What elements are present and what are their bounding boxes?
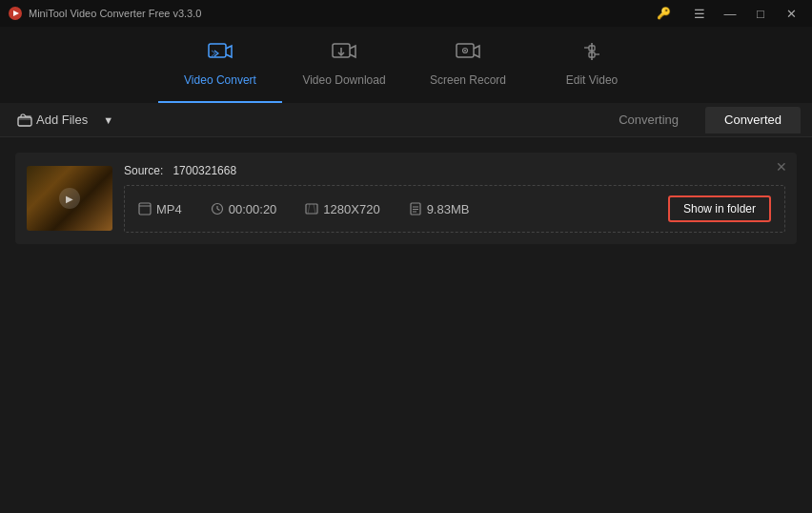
svg-rect-2 bbox=[209, 44, 226, 57]
resolution-icon bbox=[305, 202, 318, 215]
dropdown-button[interactable]: ▼ bbox=[101, 111, 115, 130]
detail-size: 9.83MB bbox=[409, 202, 498, 216]
size-value: 9.83MB bbox=[427, 202, 470, 216]
svg-point-7 bbox=[464, 50, 466, 51]
edit-video-icon bbox=[579, 41, 604, 68]
add-files-button[interactable]: Add Files bbox=[11, 109, 93, 131]
titlebar-left: MiniTool Video Converter Free v3.3.0 bbox=[8, 6, 201, 21]
detail-duration: 00:00:20 bbox=[211, 202, 306, 216]
titlebar-controls: 🔑 ☰ — □ ✕ bbox=[657, 4, 804, 23]
nav-label-edit-video: Edit Video bbox=[566, 73, 619, 87]
detail-format: MP4 bbox=[138, 202, 211, 216]
tab-converted[interactable]: Converted bbox=[705, 107, 801, 133]
file-info: Source: 1700321668 MP4 bbox=[124, 164, 785, 233]
maximize-button[interactable]: □ bbox=[747, 4, 774, 23]
clock-icon bbox=[211, 202, 224, 215]
file-card: ▶ Source: 1700321668 MP4 bbox=[15, 153, 797, 244]
svg-rect-14 bbox=[139, 203, 151, 215]
nav-item-screen-record[interactable]: Screen Record bbox=[406, 27, 530, 103]
size-icon bbox=[409, 202, 422, 215]
thumbnail-bg: ▶ bbox=[27, 166, 112, 231]
svg-line-21 bbox=[314, 204, 315, 214]
format-value: MP4 bbox=[156, 202, 182, 216]
nav-item-video-download[interactable]: Video Download bbox=[282, 27, 406, 103]
close-button[interactable]: ✕ bbox=[778, 4, 804, 23]
add-files-icon bbox=[17, 113, 32, 127]
show-in-folder-button[interactable]: Show in folder bbox=[668, 195, 771, 222]
content-area: ▶ Source: 1700321668 MP4 bbox=[0, 137, 812, 513]
nav-label-video-download: Video Download bbox=[302, 73, 385, 87]
svg-rect-19 bbox=[306, 204, 317, 214]
navbar: Video Convert Video Download Screen Reco… bbox=[0, 27, 812, 103]
svg-line-18 bbox=[217, 209, 220, 211]
file-source: Source: 1700321668 bbox=[124, 164, 785, 177]
source-label: Source: bbox=[124, 164, 163, 177]
minimize-button[interactable]: — bbox=[717, 4, 743, 23]
file-details-box: MP4 00:00:20 1280X720 bbox=[124, 185, 785, 233]
detail-resolution: 1280X720 bbox=[305, 202, 408, 216]
nav-label-video-convert: Video Convert bbox=[184, 73, 256, 87]
nav-item-edit-video[interactable]: Edit Video bbox=[530, 27, 654, 103]
hamburger-button[interactable]: ☰ bbox=[686, 4, 713, 23]
svg-rect-13 bbox=[18, 117, 31, 126]
nav-item-video-convert[interactable]: Video Convert bbox=[158, 27, 282, 103]
format-icon bbox=[138, 202, 152, 215]
app-logo bbox=[8, 6, 23, 21]
play-icon: ▶ bbox=[59, 188, 80, 209]
add-files-label: Add Files bbox=[36, 113, 88, 127]
source-value: 1700321668 bbox=[173, 164, 236, 177]
svg-line-20 bbox=[308, 204, 310, 214]
screen-record-icon bbox=[456, 41, 480, 68]
resolution-value: 1280X720 bbox=[323, 202, 379, 216]
video-download-icon bbox=[332, 41, 356, 68]
video-convert-icon bbox=[208, 41, 233, 68]
file-thumbnail: ▶ bbox=[27, 166, 112, 231]
key-icon: 🔑 bbox=[657, 7, 671, 20]
toolbar: Add Files ▼ Converting Converted bbox=[0, 103, 812, 137]
titlebar: MiniTool Video Converter Free v3.3.0 🔑 ☰… bbox=[0, 0, 812, 27]
duration-value: 00:00:20 bbox=[229, 202, 277, 216]
close-card-button[interactable]: ✕ bbox=[776, 160, 787, 174]
titlebar-title: MiniTool Video Converter Free v3.3.0 bbox=[29, 8, 201, 19]
nav-label-screen-record: Screen Record bbox=[430, 73, 506, 87]
tab-converting[interactable]: Converting bbox=[599, 107, 698, 133]
